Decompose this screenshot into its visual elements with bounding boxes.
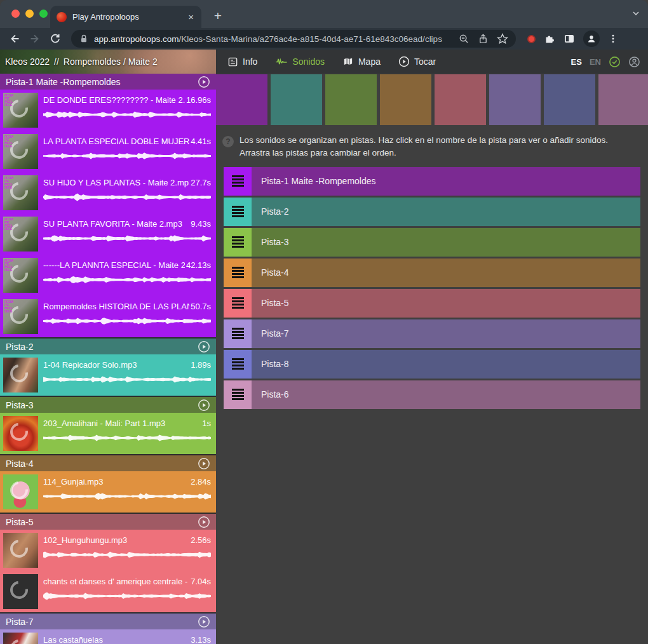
play-track-icon[interactable] <box>198 340 210 353</box>
share-icon[interactable] <box>478 34 489 44</box>
help-question-icon: ? <box>222 136 234 147</box>
clip-duration: 4.41s <box>191 137 211 146</box>
clip-waveform[interactable] <box>43 374 211 385</box>
track-row-body[interactable]: Pista-4 <box>252 258 640 287</box>
track-row[interactable]: Pista-7 <box>224 319 640 348</box>
thumbnail-overlay-text: ROMPEMOLDES <box>4 300 13 313</box>
clip-item[interactable]: chants et danses d' amerique centrale - … <box>0 571 216 612</box>
clip-waveform[interactable] <box>43 433 211 443</box>
tab-close-icon[interactable]: × <box>187 12 195 22</box>
clip-item[interactable]: 102_Hunguhungu.mp32.56s <box>0 530 216 571</box>
help-block: ? Los sonidos se organizan en pistas. Ha… <box>222 134 638 159</box>
clip-item[interactable]: ROMPEMOLDESSU HIJO Y LAS PLANTAS - Maite… <box>0 172 216 213</box>
window-close-button[interactable] <box>11 10 20 18</box>
clip-item[interactable]: 114_Gunjai.mp32.84s <box>0 471 216 513</box>
clip-title: 1-04 Repicador Solo.mp3 <box>43 360 189 370</box>
clip-waveform[interactable] <box>43 316 211 326</box>
track-section-header[interactable]: Pista-4 <box>0 455 216 471</box>
track-row-body[interactable]: Pista-6 <box>252 380 640 409</box>
address-bar[interactable]: app.antropoloops.com/Kleos-Santa-Marina/… <box>71 30 516 48</box>
track-section-header[interactable]: Pista-3 <box>0 397 216 413</box>
new-tab-button[interactable]: + <box>210 8 226 25</box>
track-section-header[interactable]: Pista-7 <box>0 614 216 629</box>
forward-button[interactable] <box>27 30 43 47</box>
window-minimize-button[interactable] <box>25 10 34 18</box>
nav-item-info[interactable]: Info <box>227 57 257 67</box>
tab-search-chevron-icon[interactable] <box>631 9 640 18</box>
clip-waveform[interactable] <box>43 233 211 244</box>
browser-toolbar: app.antropoloops.com/Kleos-Santa-Marina/… <box>0 28 648 50</box>
clip-item[interactable]: ROMPEMOLDESDE DONDE ERES???????? - Maite… <box>0 90 216 131</box>
track-section-header[interactable]: Pista-1 Maite -Rompemoldes <box>0 74 216 90</box>
drag-handle-icon[interactable] <box>224 198 252 226</box>
breadcrumb-project[interactable]: Kleos 2022 <box>5 57 50 67</box>
play-track-icon[interactable] <box>198 399 210 412</box>
clip-waveform[interactable] <box>43 491 211 502</box>
back-button[interactable] <box>6 30 23 47</box>
clip-waveform[interactable] <box>43 274 211 285</box>
account-icon[interactable] <box>628 56 640 68</box>
language-en-button[interactable]: EN <box>590 57 601 67</box>
track-section-header[interactable]: Pista-5 <box>0 514 216 530</box>
track-row[interactable]: Pista-2 <box>224 198 640 226</box>
nav-item-sonidos[interactable]: Sonidos <box>275 57 325 67</box>
clip-item[interactable]: ROMPEMOLDESLA PLANTA ESPECIAL DOBLE MUJE… <box>0 131 216 172</box>
clip-item[interactable]: 203_Amalihani - Mali: Part 1.mp31s <box>0 413 216 454</box>
clip-item[interactable]: 1-04 Repicador Solo.mp31.89s <box>0 354 216 396</box>
track-row[interactable]: Pista-8 <box>224 350 640 379</box>
clip-thumbnail-plant-thumbnail: ROMPEMOLDES <box>3 93 38 128</box>
breadcrumb[interactable]: Kleos 2022 // Rompemoldes / Maite 2 <box>0 50 216 74</box>
drag-handle-icon[interactable] <box>224 167 252 196</box>
clip-waveform[interactable] <box>43 591 211 601</box>
track-row-body[interactable]: Pista-3 <box>252 228 640 257</box>
clip-item[interactable]: ROMPEMOLDESRompemoldes HISTORIA DE LAS P… <box>0 296 216 337</box>
track-row-body[interactable]: Pista-2 <box>252 198 640 226</box>
track-section: Pista-21-04 Repicador Solo.mp31.89s <box>0 339 216 396</box>
drag-handle-icon[interactable] <box>224 258 252 287</box>
play-track-icon[interactable] <box>198 76 210 88</box>
play-track-icon[interactable] <box>198 457 210 470</box>
track-row-body[interactable]: Pista-1 Maite -Rompemoldes <box>252 167 640 196</box>
track-row[interactable]: Pista-3 <box>224 228 640 257</box>
bookmark-star-icon[interactable] <box>497 33 508 44</box>
track-row-body[interactable]: Pista-8 <box>252 350 640 379</box>
window-zoom-button[interactable] <box>39 10 48 18</box>
drag-handle-icon[interactable] <box>224 228 252 257</box>
drag-handle-icon[interactable] <box>224 289 252 318</box>
extensions-puzzle-icon[interactable] <box>544 33 555 44</box>
track-section-header[interactable]: Pista-2 <box>0 339 216 354</box>
nav-item-mapa[interactable]: Mapa <box>342 57 381 67</box>
clip-item[interactable]: Las castañuelas3.13s <box>0 629 216 644</box>
play-track-icon[interactable] <box>198 615 210 628</box>
profile-avatar[interactable] <box>583 30 600 47</box>
clip-waveform[interactable] <box>43 109 211 120</box>
track-row[interactable]: Pista-1 Maite -Rompemoldes <box>224 167 640 196</box>
track-color-swatch <box>598 74 648 125</box>
track-row-body[interactable]: Pista-7 <box>252 319 640 348</box>
reload-button[interactable] <box>47 30 64 47</box>
clip-waveform[interactable] <box>43 192 211 203</box>
track-row-body[interactable]: Pista-5 <box>252 289 640 318</box>
track-row[interactable]: Pista-4 <box>224 258 640 287</box>
language-es-button[interactable]: ES <box>571 57 582 67</box>
drag-handle-icon[interactable] <box>224 319 252 348</box>
side-panel-icon[interactable] <box>564 33 575 44</box>
header-right: ES EN <box>571 50 648 74</box>
play-track-icon[interactable] <box>198 516 210 528</box>
clip-item[interactable]: ROMPEMOLDES------LA PLANNTA ESPECIAL - M… <box>0 255 216 296</box>
nav-item-tocar[interactable]: Tocar <box>398 56 436 67</box>
track-row[interactable]: Pista-6 <box>224 380 640 409</box>
clip-waveform[interactable] <box>43 151 211 161</box>
browser-menu-kebab-icon[interactable] <box>608 34 618 44</box>
clip-thumbnail-plant-thumbnail: ROMPEMOLDES <box>3 175 38 210</box>
window-controls[interactable] <box>11 10 48 18</box>
track-row[interactable]: Pista-5 <box>224 289 640 318</box>
saved-check-icon[interactable] <box>609 56 621 68</box>
zoom-out-icon[interactable] <box>459 34 469 44</box>
clip-waveform[interactable] <box>43 549 211 560</box>
clip-item[interactable]: ROMPEMOLDESSU PLANTA FAVORITA - Maite 2.… <box>0 213 216 255</box>
drag-handle-icon[interactable] <box>224 350 252 379</box>
browser-tab[interactable]: Play Antropoloops × <box>50 6 201 28</box>
drag-handle-icon[interactable] <box>224 380 252 409</box>
record-extension-icon[interactable] <box>527 35 536 43</box>
